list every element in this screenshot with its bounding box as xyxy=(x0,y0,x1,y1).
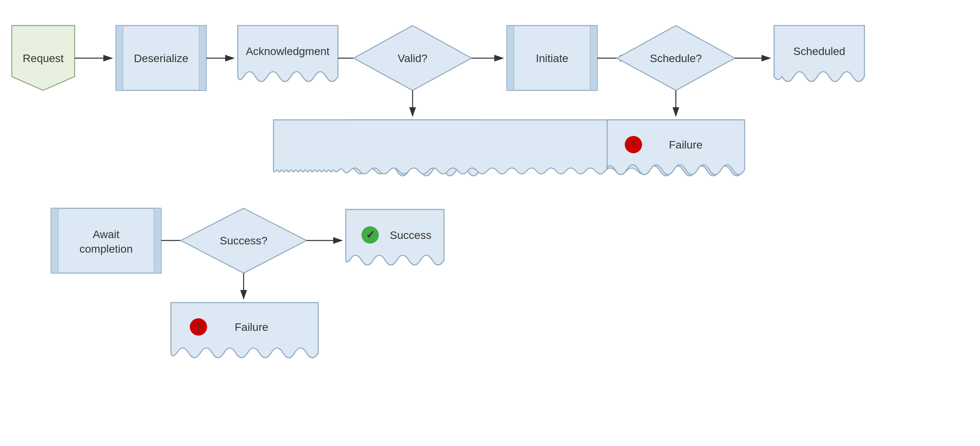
svg-rect-14 xyxy=(51,208,58,273)
failure3-node: ! Failure xyxy=(171,303,318,358)
success-label: Success xyxy=(390,229,431,241)
await-line2: completion xyxy=(79,243,132,255)
scheduled-node: Scheduled xyxy=(774,26,864,82)
diagram-container: Request Deserialize Acknowledgment Valid… xyxy=(0,0,980,446)
await-node: Await completion xyxy=(51,208,161,273)
await-line1: Await xyxy=(93,228,119,240)
svg-rect-2 xyxy=(116,26,123,90)
request-label: Request xyxy=(23,52,64,64)
request-node: Request xyxy=(12,26,75,90)
valid-node: Valid? xyxy=(354,26,472,90)
success-node: ✓ Success xyxy=(346,209,444,265)
deserialize-node: Deserialize xyxy=(116,26,206,90)
failure2-label: Failure xyxy=(669,139,703,151)
svg-text:!: ! xyxy=(631,138,635,151)
failure2-node-simple: ! Failure xyxy=(607,120,745,175)
schedule-node: Schedule? xyxy=(617,26,735,90)
svg-rect-13 xyxy=(51,208,161,273)
svg-rect-7 xyxy=(590,26,597,90)
svg-rect-15 xyxy=(154,208,161,273)
valid-label: Valid? xyxy=(398,52,428,64)
svg-rect-6 xyxy=(507,26,514,90)
initiate-label: Initiate xyxy=(536,52,569,64)
success-q-label: Success? xyxy=(220,235,267,247)
initiate-node: Initiate xyxy=(507,26,597,90)
success-q-node: Success? xyxy=(181,208,306,273)
acknowledgment-node: Acknowledgment xyxy=(238,26,338,82)
svg-text:✓: ✓ xyxy=(366,229,375,241)
acknowledgment-label: Acknowledgment xyxy=(246,45,329,57)
scheduled-label: Scheduled xyxy=(793,45,845,57)
deserialize-label: Deserialize xyxy=(134,52,189,64)
svg-rect-3 xyxy=(199,26,206,90)
failure3-label: Failure xyxy=(235,321,268,333)
schedule-label: Schedule? xyxy=(650,52,702,64)
svg-text:!: ! xyxy=(196,321,200,333)
